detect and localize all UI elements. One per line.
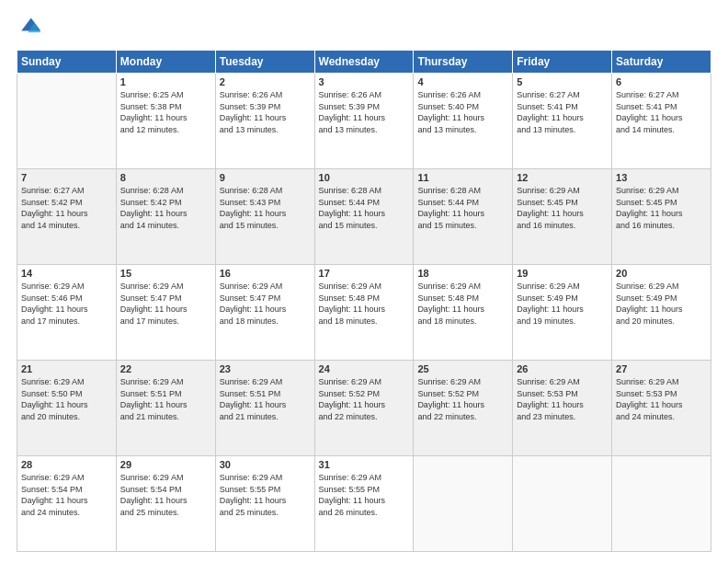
day-number: 19 <box>517 268 608 279</box>
calendar-cell: 31Sunrise: 6:29 AMSunset: 5:55 PMDayligh… <box>314 456 414 552</box>
day-number: 11 <box>417 172 508 183</box>
day-detail: Sunrise: 6:29 AMSunset: 5:54 PMDaylight:… <box>120 472 211 518</box>
day-number: 25 <box>417 363 508 374</box>
calendar-cell: 12Sunrise: 6:29 AMSunset: 5:45 PMDayligh… <box>513 169 612 265</box>
day-detail: Sunrise: 6:27 AMSunset: 5:42 PMDaylight:… <box>21 185 112 231</box>
calendar-cell: 14Sunrise: 6:29 AMSunset: 5:46 PMDayligh… <box>17 265 117 361</box>
day-number: 17 <box>319 268 410 279</box>
day-number: 2 <box>220 76 311 87</box>
day-detail: Sunrise: 6:26 AMSunset: 5:39 PMDaylight:… <box>220 89 311 135</box>
day-detail: Sunrise: 6:29 AMSunset: 5:54 PMDaylight:… <box>21 472 112 518</box>
day-detail: Sunrise: 6:29 AMSunset: 5:53 PMDaylight:… <box>616 376 707 422</box>
day-detail: Sunrise: 6:29 AMSunset: 5:53 PMDaylight:… <box>517 376 608 422</box>
day-number: 27 <box>616 363 707 374</box>
day-number: 1 <box>120 76 211 87</box>
day-detail: Sunrise: 6:26 AMSunset: 5:40 PMDaylight:… <box>417 89 508 135</box>
day-number: 18 <box>417 268 508 279</box>
day-number: 29 <box>120 459 211 470</box>
day-number: 30 <box>220 459 311 470</box>
calendar-cell: 3Sunrise: 6:26 AMSunset: 5:39 PMDaylight… <box>314 74 414 169</box>
calendar: SundayMondayTuesdayWednesdayThursdayFrid… <box>17 50 711 552</box>
calendar-cell: 15Sunrise: 6:29 AMSunset: 5:47 PMDayligh… <box>116 265 215 361</box>
calendar-cell: 24Sunrise: 6:29 AMSunset: 5:52 PMDayligh… <box>314 361 414 456</box>
day-number: 6 <box>616 76 707 87</box>
calendar-cell: 19Sunrise: 6:29 AMSunset: 5:49 PMDayligh… <box>513 265 612 361</box>
day-detail: Sunrise: 6:29 AMSunset: 5:48 PMDaylight:… <box>417 281 508 327</box>
calendar-cell: 21Sunrise: 6:29 AMSunset: 5:50 PMDayligh… <box>17 361 117 456</box>
calendar-cell: 8Sunrise: 6:28 AMSunset: 5:42 PMDaylight… <box>116 169 215 265</box>
calendar-cell: 2Sunrise: 6:26 AMSunset: 5:39 PMDaylight… <box>215 74 314 169</box>
day-number: 7 <box>21 172 112 183</box>
calendar-cell: 30Sunrise: 6:29 AMSunset: 5:55 PMDayligh… <box>215 456 314 552</box>
calendar-cell <box>414 456 513 552</box>
day-number: 23 <box>220 363 311 374</box>
calendar-cell: 23Sunrise: 6:29 AMSunset: 5:51 PMDayligh… <box>215 361 314 456</box>
calendar-cell: 27Sunrise: 6:29 AMSunset: 5:53 PMDayligh… <box>612 361 711 456</box>
day-detail: Sunrise: 6:25 AMSunset: 5:38 PMDaylight:… <box>120 89 211 135</box>
calendar-cell: 28Sunrise: 6:29 AMSunset: 5:54 PMDayligh… <box>17 456 117 552</box>
weekday-header: Friday <box>513 51 612 74</box>
day-detail: Sunrise: 6:27 AMSunset: 5:41 PMDaylight:… <box>616 89 707 135</box>
weekday-header: Saturday <box>612 51 711 74</box>
day-number: 20 <box>616 268 707 279</box>
day-number: 28 <box>21 459 112 470</box>
calendar-cell: 9Sunrise: 6:28 AMSunset: 5:43 PMDaylight… <box>215 169 314 265</box>
calendar-cell: 29Sunrise: 6:29 AMSunset: 5:54 PMDayligh… <box>116 456 215 552</box>
day-number: 3 <box>319 76 410 87</box>
day-detail: Sunrise: 6:28 AMSunset: 5:44 PMDaylight:… <box>417 185 508 231</box>
day-detail: Sunrise: 6:29 AMSunset: 5:51 PMDaylight:… <box>120 376 211 422</box>
day-detail: Sunrise: 6:29 AMSunset: 5:50 PMDaylight:… <box>21 376 112 422</box>
day-detail: Sunrise: 6:29 AMSunset: 5:45 PMDaylight:… <box>517 185 608 231</box>
day-number: 24 <box>319 363 410 374</box>
calendar-cell: 11Sunrise: 6:28 AMSunset: 5:44 PMDayligh… <box>414 169 513 265</box>
day-number: 9 <box>220 172 311 183</box>
calendar-cell: 20Sunrise: 6:29 AMSunset: 5:49 PMDayligh… <box>612 265 711 361</box>
calendar-cell <box>612 456 711 552</box>
weekday-header: Thursday <box>414 51 513 74</box>
calendar-cell: 17Sunrise: 6:29 AMSunset: 5:48 PMDayligh… <box>314 265 414 361</box>
calendar-cell: 13Sunrise: 6:29 AMSunset: 5:45 PMDayligh… <box>612 169 711 265</box>
day-detail: Sunrise: 6:28 AMSunset: 5:44 PMDaylight:… <box>319 185 410 231</box>
day-detail: Sunrise: 6:27 AMSunset: 5:41 PMDaylight:… <box>517 89 608 135</box>
day-number: 31 <box>319 459 410 470</box>
weekday-header: Sunday <box>17 51 117 74</box>
calendar-cell: 5Sunrise: 6:27 AMSunset: 5:41 PMDaylight… <box>513 74 612 169</box>
day-number: 26 <box>517 363 608 374</box>
page: SundayMondayTuesdayWednesdayThursdayFrid… <box>0 0 728 563</box>
day-number: 4 <box>417 76 508 87</box>
weekday-header: Monday <box>116 51 215 74</box>
day-number: 15 <box>120 268 211 279</box>
day-detail: Sunrise: 6:29 AMSunset: 5:47 PMDaylight:… <box>120 281 211 327</box>
day-detail: Sunrise: 6:29 AMSunset: 5:55 PMDaylight:… <box>220 472 311 518</box>
logo <box>17 15 46 40</box>
day-number: 13 <box>616 172 707 183</box>
day-number: 12 <box>517 172 608 183</box>
calendar-cell: 1Sunrise: 6:25 AMSunset: 5:38 PMDaylight… <box>116 74 215 169</box>
day-detail: Sunrise: 6:29 AMSunset: 5:49 PMDaylight:… <box>616 281 707 327</box>
day-number: 14 <box>21 268 112 279</box>
day-number: 22 <box>120 363 211 374</box>
calendar-cell: 6Sunrise: 6:27 AMSunset: 5:41 PMDaylight… <box>612 74 711 169</box>
day-detail: Sunrise: 6:26 AMSunset: 5:39 PMDaylight:… <box>319 89 410 135</box>
calendar-cell: 16Sunrise: 6:29 AMSunset: 5:47 PMDayligh… <box>215 265 314 361</box>
day-number: 16 <box>220 268 311 279</box>
day-detail: Sunrise: 6:28 AMSunset: 5:43 PMDaylight:… <box>220 185 311 231</box>
day-detail: Sunrise: 6:28 AMSunset: 5:42 PMDaylight:… <box>120 185 211 231</box>
day-number: 8 <box>120 172 211 183</box>
day-detail: Sunrise: 6:29 AMSunset: 5:55 PMDaylight:… <box>319 472 410 518</box>
day-detail: Sunrise: 6:29 AMSunset: 5:51 PMDaylight:… <box>220 376 311 422</box>
calendar-cell <box>17 74 117 169</box>
day-detail: Sunrise: 6:29 AMSunset: 5:48 PMDaylight:… <box>319 281 410 327</box>
day-detail: Sunrise: 6:29 AMSunset: 5:49 PMDaylight:… <box>517 281 608 327</box>
day-number: 5 <box>517 76 608 87</box>
weekday-header: Wednesday <box>314 51 414 74</box>
calendar-cell: 18Sunrise: 6:29 AMSunset: 5:48 PMDayligh… <box>414 265 513 361</box>
day-detail: Sunrise: 6:29 AMSunset: 5:46 PMDaylight:… <box>21 281 112 327</box>
weekday-header: Tuesday <box>215 51 314 74</box>
calendar-cell: 22Sunrise: 6:29 AMSunset: 5:51 PMDayligh… <box>116 361 215 456</box>
calendar-cell <box>513 456 612 552</box>
header <box>17 15 711 40</box>
calendar-cell: 7Sunrise: 6:27 AMSunset: 5:42 PMDaylight… <box>17 169 117 265</box>
calendar-cell: 10Sunrise: 6:28 AMSunset: 5:44 PMDayligh… <box>314 169 414 265</box>
day-detail: Sunrise: 6:29 AMSunset: 5:52 PMDaylight:… <box>319 376 410 422</box>
